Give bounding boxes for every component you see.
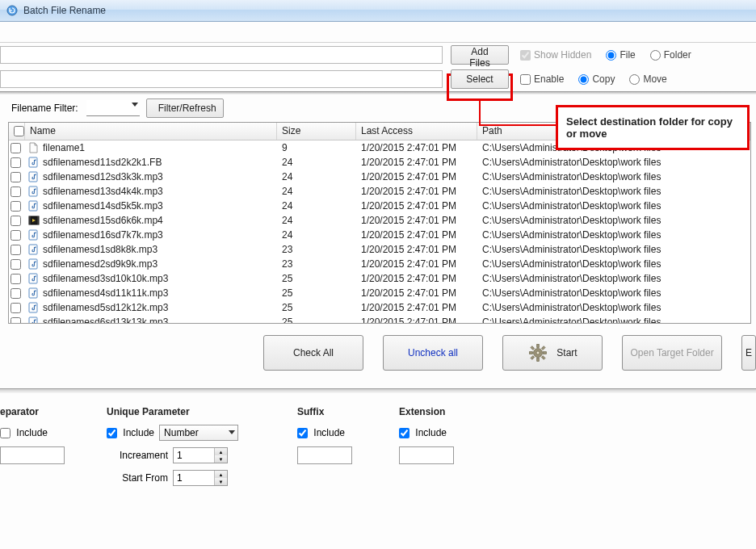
select-destination-button[interactable]: Select (451, 69, 509, 89)
cell-name: sdfilenamesd16sd7k7k.mp3 (25, 229, 277, 241)
cell-size: 23 (277, 258, 356, 270)
col-last-access[interactable]: Last Access (356, 123, 477, 140)
row-checkbox[interactable] (9, 230, 25, 241)
chevron-down-icon (132, 103, 138, 107)
destination-path-input[interactable] (0, 70, 443, 88)
row-checkbox[interactable] (9, 143, 25, 153)
file-file-icon (28, 142, 40, 153)
cell-name: sdfilenamesd4sd11k11k.mp3 (25, 287, 277, 299)
start-button[interactable]: Start (502, 335, 603, 371)
filter-refresh-button[interactable]: Filter/Refresh (146, 98, 224, 118)
source-path-input[interactable] (0, 46, 443, 64)
move-radio[interactable]: Move (629, 73, 666, 85)
start-from-label: Start From (107, 472, 168, 484)
separator-input[interactable] (0, 446, 65, 464)
window-titlebar: Batch File Rename (0, 0, 756, 22)
suffix-include-checkbox[interactable]: Include (297, 427, 345, 438)
cell-size: 24 (277, 157, 356, 168)
show-hidden-checkbox[interactable]: Show Hidden (520, 49, 591, 61)
svg-rect-24 (542, 346, 546, 350)
cell-name: sdfilenamesd2sd9k9k.mp3 (25, 258, 277, 270)
copy-radio[interactable]: Copy (578, 73, 615, 85)
check-all-button[interactable]: Check All (263, 335, 363, 371)
app-icon (6, 4, 19, 17)
row-checkbox[interactable] (9, 274, 25, 284)
col-name[interactable]: Name (25, 123, 277, 140)
row-checkbox[interactable] (9, 288, 25, 299)
table-row[interactable]: sdfilenamesd6sd13k13k.mp3251/20/2015 2:4… (9, 315, 750, 324)
cell-size: 24 (277, 200, 356, 212)
filter-combo[interactable] (86, 100, 140, 116)
cell-name: sdfilenamesd15sd6k6k.mp4 (25, 215, 277, 226)
table-row[interactable]: sdfilenamesd12sd3k3k.mp3241/20/2015 2:47… (9, 170, 750, 184)
add-files-button[interactable]: Add Files (451, 45, 509, 65)
extra-button[interactable]: E (741, 335, 756, 371)
audio-file-icon (28, 302, 40, 313)
enable-checkbox[interactable]: Enable (520, 73, 564, 85)
table-row[interactable]: sdfilenamesd11sd2k2k1.FB241/20/2015 2:47… (9, 155, 750, 170)
cell-name: sdfilenamesd12sd3k3k.mp3 (25, 171, 277, 182)
suffix-group: Suffix Include (297, 406, 370, 492)
cell-name: sdfilenamesd13sd4k4k.mp3 (25, 186, 277, 197)
row-checkbox[interactable] (9, 186, 25, 197)
row-checkbox[interactable] (9, 157, 25, 168)
table-row[interactable]: sdfilenamesd14sd5k5k.mp3241/20/2015 2:47… (9, 199, 750, 213)
col-check[interactable] (9, 123, 25, 140)
suffix-input[interactable] (297, 446, 352, 464)
row-checkbox[interactable] (9, 317, 25, 325)
table-row[interactable]: sdfilenamesd2sd9k9k.mp3231/20/2015 2:47:… (9, 257, 750, 271)
video-file-icon (28, 215, 40, 226)
cell-last-access: 1/20/2015 2:47:01 PM (356, 215, 477, 226)
audio-file-icon (28, 157, 40, 168)
row-checkbox[interactable] (9, 201, 25, 212)
cell-path: C:\Users\Administrator\Desktop\work file… (477, 273, 750, 284)
action-bar: Check All Uncheck all Start Open Target … (0, 324, 756, 382)
table-row[interactable]: sdfilenamesd1sd8k8k.mp3231/20/2015 2:47:… (9, 242, 750, 257)
separator-include-checkbox[interactable]: Include (0, 427, 48, 438)
open-target-folder-button[interactable]: Open Target Folder (622, 335, 722, 371)
cell-last-access: 1/20/2015 2:47:01 PM (356, 258, 477, 270)
cell-path: C:\Users\Administrator\Desktop\work file… (477, 229, 750, 241)
audio-file-icon (28, 186, 40, 197)
extension-include-checkbox[interactable]: Include (399, 427, 447, 438)
row-checkbox[interactable] (9, 245, 25, 255)
folder-radio[interactable]: Folder (650, 49, 691, 61)
cell-last-access: 1/20/2015 2:47:01 PM (356, 302, 477, 313)
spinner-down-icon[interactable]: ▼ (215, 455, 227, 463)
table-row[interactable]: sdfilenamesd15sd6k6k.mp4241/20/2015 2:47… (9, 213, 750, 228)
spinner-up-icon[interactable]: ▲ (215, 471, 227, 478)
table-row[interactable]: sdfilenamesd5sd12k12k.mp3251/20/2015 2:4… (9, 300, 750, 315)
increment-spinner[interactable]: 1▲▼ (173, 447, 228, 463)
chevron-down-icon (229, 430, 235, 434)
table-row[interactable]: sdfilenamesd16sd7k7k.mp3241/20/2015 2:47… (9, 228, 750, 242)
file-radio[interactable]: File (606, 49, 635, 61)
row-checkbox[interactable] (9, 259, 25, 270)
unique-include-checkbox[interactable]: Include (107, 427, 154, 438)
col-size[interactable]: Size (277, 123, 356, 140)
extension-input[interactable] (399, 446, 454, 464)
cell-path: C:\Users\Administrator\Desktop\work file… (477, 258, 750, 270)
row-checkbox[interactable] (9, 303, 25, 313)
spinner-down-icon[interactable]: ▼ (215, 478, 227, 485)
group-title: eparator (0, 406, 78, 417)
row-checkbox[interactable] (9, 216, 25, 226)
gear-icon (527, 342, 548, 363)
cell-name: sdfilenamesd5sd12k12k.mp3 (25, 302, 277, 313)
cell-last-access: 1/20/2015 2:47:01 PM (356, 171, 477, 182)
cell-name: sdfilenamesd3sd10k10k.mp3 (25, 273, 277, 284)
audio-file-icon (28, 287, 40, 299)
table-row[interactable]: sdfilenamesd3sd10k10k.mp3251/20/2015 2:4… (9, 271, 750, 286)
table-row[interactable]: sdfilenamesd4sd11k11k.mp3251/20/2015 2:4… (9, 286, 750, 300)
cell-path: C:\Users\Administrator\Desktop\work file… (477, 157, 750, 168)
unique-type-combo[interactable]: Number (159, 425, 238, 441)
menu-strip (0, 22, 756, 43)
cell-size: 24 (277, 215, 356, 226)
cell-path: C:\Users\Administrator\Desktop\work file… (477, 287, 750, 299)
uncheck-all-button[interactable]: Uncheck all (383, 335, 483, 371)
window-title: Batch File Rename (23, 5, 106, 16)
row-checkbox[interactable] (9, 172, 25, 182)
table-row[interactable]: sdfilenamesd13sd4k4k.mp3241/20/2015 2:47… (9, 184, 750, 199)
spinner-up-icon[interactable]: ▲ (215, 448, 227, 455)
audio-file-icon (28, 244, 40, 255)
start-from-spinner[interactable]: 1▲▼ (173, 470, 228, 486)
